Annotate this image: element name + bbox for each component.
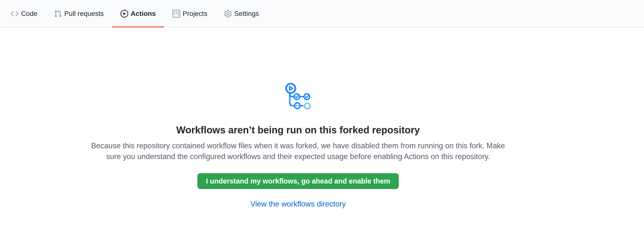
repo-tab-nav: Code Pull requests Actions Projects Sett [0,0,644,28]
tab-projects[interactable]: Projects [164,0,216,27]
blankslate-heading: Workflows aren’t being run on this forke… [0,124,596,136]
tab-code-label: Code [21,10,38,17]
git-pull-request-icon [54,10,62,18]
gear-icon [224,10,232,18]
blankslate-description: Because this repository contained workfl… [90,140,506,162]
tab-code[interactable]: Code [2,0,46,27]
tab-actions-label: Actions [131,10,156,17]
tab-settings[interactable]: Settings [216,0,267,27]
actions-blankslate: Workflows aren’t being run on this forke… [0,83,596,208]
enable-workflows-button[interactable]: I understand my workflows, go ahead and … [198,173,399,189]
tab-settings-label: Settings [234,10,259,17]
project-icon [172,10,180,18]
code-icon [11,10,18,18]
tab-actions[interactable]: Actions [112,0,164,27]
play-icon [120,10,128,18]
view-workflows-directory-link[interactable]: View the workflows directory [0,200,596,208]
repository-actions-page: Code Pull requests Actions Projects Sett [0,0,644,231]
tab-projects-label: Projects [183,10,208,17]
tab-pull-requests-label: Pull requests [64,10,104,17]
tab-pull-requests[interactable]: Pull requests [46,0,112,27]
workflow-graph-icon [0,83,596,112]
